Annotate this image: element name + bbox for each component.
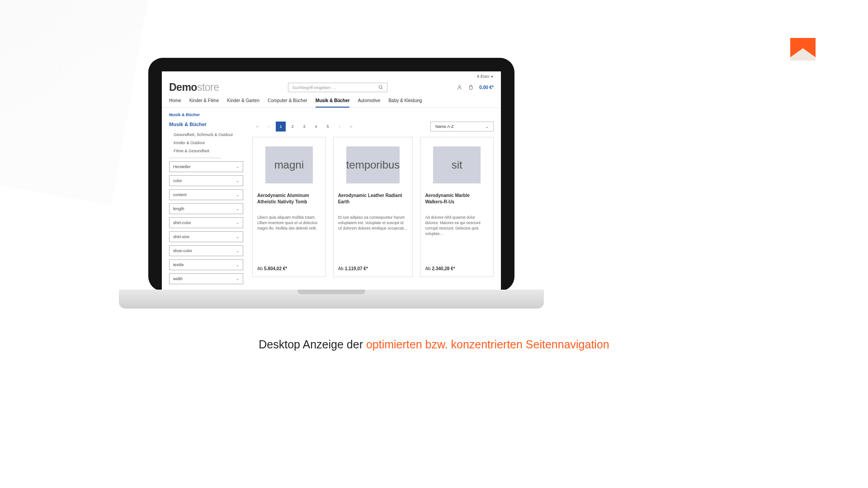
page-next[interactable]: › xyxy=(335,122,344,131)
chevron-down-icon: ⌄ xyxy=(236,193,239,197)
nav-item[interactable]: Home xyxy=(169,98,181,108)
chevron-down-icon: ⌄ xyxy=(236,165,239,169)
chevron-down-icon: ⌄ xyxy=(486,125,489,129)
svg-point-4 xyxy=(459,85,461,87)
product-card[interactable]: magniAerodynamic Aluminum Atheistic Nati… xyxy=(252,137,326,277)
screen-content: € Euro▼ Demostore Suchbegriff eingeben …… xyxy=(162,71,501,291)
sidebar-category-title[interactable]: Musik & Bücher xyxy=(169,122,243,127)
chevron-down-icon: ⌄ xyxy=(236,207,239,211)
sidebar-subcategory[interactable]: Filme & Gesundheit xyxy=(169,147,243,155)
product-description: Et iure adipisci ea consequuntur harum v… xyxy=(338,215,408,262)
laptop-base xyxy=(119,290,544,309)
product-name: Aerodynamic Leather Radiant Earth xyxy=(338,192,408,205)
filter-shirt-size[interactable]: shirt-size⌄ xyxy=(169,231,243,242)
sidebar-subcategory[interactable]: Gesundheit, Schmuck & Outdoor xyxy=(169,131,243,139)
filter-length[interactable]: length⌄ xyxy=(169,203,243,214)
filter-textile[interactable]: textile⌄ xyxy=(169,259,243,270)
svg-line-3 xyxy=(382,88,383,89)
page-3[interactable]: 3 xyxy=(299,122,309,131)
page-2[interactable]: 2 xyxy=(288,122,297,131)
search-placeholder: Suchbegriff eingeben … xyxy=(292,85,335,90)
page-first[interactable]: « xyxy=(252,122,262,131)
product-price: Ab 2.340,28 €* xyxy=(425,266,489,271)
filter-hersteller[interactable]: Hersteller⌄ xyxy=(169,161,243,172)
nav-item[interactable]: Musik & Bücher xyxy=(316,98,350,108)
sidebar-divider xyxy=(169,158,221,158)
nav-item[interactable]: Kinder & Filme xyxy=(189,98,219,108)
product-name: Aerodynamic Marble Walkers-R-Us xyxy=(425,192,489,205)
cart-total[interactable]: 0,00 €* xyxy=(479,85,494,90)
chevron-down-icon: ⌄ xyxy=(236,221,239,225)
product-description: Libero quia aliquam mollitia totam. Ulla… xyxy=(257,215,321,262)
caption: Desktop Anzeige der optimierten bzw. kon… xyxy=(0,338,868,351)
chevron-down-icon: ⌄ xyxy=(236,277,239,281)
product-description: Ad dolores nihil quaerat dolor dolores. … xyxy=(425,215,489,262)
filter-shirt-color[interactable]: shirt-color⌄ xyxy=(169,217,243,228)
page-4[interactable]: 4 xyxy=(311,122,321,131)
page-prev[interactable]: ‹ xyxy=(264,122,274,131)
filter-content[interactable]: content⌄ xyxy=(169,189,243,200)
page-1[interactable]: 1 xyxy=(276,122,286,131)
chevron-down-icon: ▼ xyxy=(489,75,494,78)
page-5[interactable]: 5 xyxy=(323,122,333,131)
product-image-placeholder: magni xyxy=(265,146,313,183)
sidebar-subcategory[interactable]: Kinder & Outdoor xyxy=(169,139,243,147)
svg-point-2 xyxy=(379,85,382,88)
chevron-down-icon: ⌄ xyxy=(236,263,239,267)
product-card[interactable]: temporibusAerodynamic Leather Radiant Ea… xyxy=(333,137,413,277)
laptop-mockup: € Euro▼ Demostore Suchbegriff eingeben …… xyxy=(148,58,514,309)
search-icon xyxy=(378,85,383,90)
chevron-down-icon: ⌄ xyxy=(236,179,239,183)
sort-select[interactable]: Name A-Z ⌄ xyxy=(430,122,494,131)
filter-width[interactable]: width⌄ xyxy=(169,273,243,284)
nav-item[interactable]: Baby & Kleidung xyxy=(388,98,422,108)
product-card[interactable]: sitAerodynamic Marble Walkers-R-UsAd dol… xyxy=(420,137,494,277)
product-image-placeholder: sit xyxy=(433,146,481,183)
product-price: Ab 5.804,02 €* xyxy=(257,266,321,271)
product-price: Ab 1.119,07 €* xyxy=(338,266,408,271)
nav-item[interactable]: Computer & Bücher xyxy=(268,98,307,108)
nav-item[interactable]: Automotive xyxy=(358,98,380,108)
store-logo[interactable]: Demostore xyxy=(169,81,219,94)
search-input[interactable]: Suchbegriff eingeben … xyxy=(288,83,387,92)
chevron-down-icon: ⌄ xyxy=(236,249,239,253)
breadcrumb[interactable]: Musik & Bücher xyxy=(162,108,501,122)
brand-logo-icon xyxy=(788,37,817,64)
chevron-down-icon: ⌄ xyxy=(236,235,239,239)
filter-color[interactable]: color⌄ xyxy=(169,175,243,186)
filter-shoe-color[interactable]: shoe-color⌄ xyxy=(169,245,243,256)
pagination: « ‹ 12345›» xyxy=(252,122,356,131)
currency-switcher[interactable]: € Euro▼ xyxy=(162,71,501,80)
main-nav: HomeKinder & FilmeKinder & GartenCompute… xyxy=(162,95,501,108)
page-last[interactable]: » xyxy=(346,122,356,131)
product-name: Aerodynamic Aluminum Atheistic Nativity … xyxy=(257,192,321,205)
nav-item[interactable]: Kinder & Garten xyxy=(227,98,259,108)
account-icon[interactable] xyxy=(457,84,462,90)
background-shape xyxy=(0,0,156,205)
product-image-placeholder: temporibus xyxy=(346,146,400,183)
cart-icon[interactable] xyxy=(468,84,474,90)
sidebar: Musik & Bücher Gesundheit, Schmuck & Out… xyxy=(169,122,243,284)
